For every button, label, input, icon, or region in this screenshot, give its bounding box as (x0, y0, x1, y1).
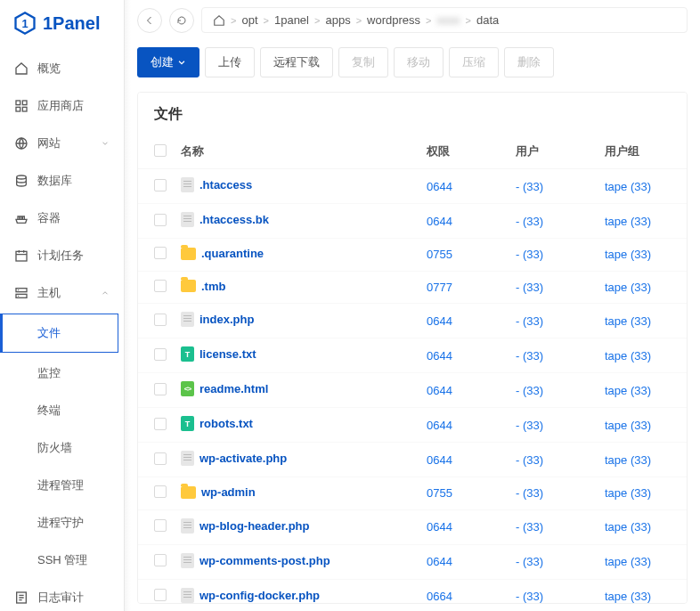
nav-item-home[interactable]: 概览 (0, 50, 124, 87)
nav-item-globe[interactable]: 网站 (0, 125, 124, 162)
nav-item-calendar[interactable]: 计划任务 (0, 237, 124, 274)
nav-item-apps[interactable]: 应用商店 (0, 87, 124, 125)
perm-link[interactable]: 0644 (427, 215, 452, 228)
compress-button[interactable]: 压缩 (449, 47, 499, 77)
col-perm[interactable]: 权限 (419, 134, 509, 169)
refresh-button[interactable] (169, 8, 194, 33)
table-row[interactable]: wp-admin 0755 - (33) tape (33) (138, 477, 687, 510)
user-link[interactable]: - (33) (516, 590, 543, 603)
nav-item-container[interactable]: 容器 (0, 200, 124, 237)
perm-link[interactable]: 0644 (427, 453, 452, 467)
perm-link[interactable]: 0644 (427, 384, 452, 397)
breadcrumb-item[interactable]: 1panel (274, 13, 309, 27)
group-link[interactable]: tape (33) (605, 314, 651, 328)
row-checkbox[interactable] (154, 418, 167, 430)
file-link[interactable]: robots.txt (181, 416, 253, 431)
create-button[interactable]: 创建 (137, 47, 199, 77)
row-checkbox[interactable] (154, 554, 167, 566)
move-button[interactable]: 移动 (394, 47, 444, 77)
row-checkbox[interactable] (154, 519, 167, 532)
table-row[interactable]: wp-activate.php 0644 - (33) tape (33) (138, 443, 687, 477)
back-button[interactable] (137, 8, 162, 33)
file-link[interactable]: wp-blog-header.php (181, 518, 310, 534)
perm-link[interactable]: 0644 (427, 349, 452, 363)
table-row[interactable]: .quarantine 0755 - (33) tape (33) (138, 239, 687, 272)
row-checkbox[interactable] (154, 485, 167, 498)
col-group[interactable]: 用户组 (598, 134, 687, 169)
perm-link[interactable]: 0755 (427, 486, 452, 500)
table-row[interactable]: license.txt 0644 - (33) tape (33) (138, 338, 687, 373)
breadcrumb-item[interactable]: wordpress (367, 13, 420, 27)
user-link[interactable]: - (33) (516, 349, 543, 363)
user-link[interactable]: - (33) (516, 281, 543, 294)
user-link[interactable]: - (33) (516, 180, 543, 193)
group-link[interactable]: tape (33) (605, 180, 651, 193)
row-checkbox[interactable] (154, 348, 167, 361)
row-checkbox[interactable] (154, 179, 167, 191)
file-link[interactable]: wp-config-docker.php (181, 588, 320, 603)
perm-link[interactable]: 0644 (427, 520, 452, 534)
group-link[interactable]: tape (33) (605, 349, 651, 363)
nav-sub-item[interactable]: 文件 (0, 314, 118, 353)
file-link[interactable]: license.txt (181, 346, 256, 362)
group-link[interactable]: tape (33) (605, 520, 651, 534)
user-link[interactable]: - (33) (516, 486, 543, 500)
row-checkbox[interactable] (154, 452, 167, 465)
table-row[interactable]: index.php 0644 - (33) tape (33) (138, 304, 687, 338)
nav-sub-item[interactable]: SSH 管理 (0, 542, 124, 579)
brand-logo[interactable]: 1 1Panel (0, 0, 124, 46)
nav-sub-item[interactable]: 监控 (0, 354, 124, 392)
nav-sub-item[interactable]: 进程守护 (0, 504, 124, 542)
file-link[interactable]: wp-comments-post.php (181, 553, 330, 568)
delete-button[interactable]: 删除 (504, 47, 554, 77)
table-row[interactable]: robots.txt 0644 - (33) tape (33) (138, 408, 687, 443)
user-link[interactable]: - (33) (516, 248, 543, 261)
file-link[interactable]: .tmb (181, 280, 225, 293)
select-all-checkbox[interactable] (154, 144, 167, 157)
group-link[interactable]: tape (33) (605, 281, 651, 294)
perm-link[interactable]: 0644 (427, 555, 452, 568)
file-link[interactable]: wp-activate.php (181, 451, 287, 466)
col-user[interactable]: 用户 (509, 134, 598, 169)
user-link[interactable]: - (33) (516, 419, 543, 432)
group-link[interactable]: tape (33) (605, 486, 651, 500)
table-row[interactable]: .tmb 0777 - (33) tape (33) (138, 271, 687, 304)
group-link[interactable]: tape (33) (605, 419, 651, 432)
perm-link[interactable]: 0755 (427, 248, 452, 261)
breadcrumb-item[interactable]: xxxx (436, 13, 460, 27)
upload-button[interactable]: 上传 (205, 47, 255, 77)
nav-sub-item[interactable]: 终端 (0, 392, 124, 429)
breadcrumb-item[interactable]: opt (241, 13, 257, 27)
remote-download-button[interactable]: 远程下载 (260, 47, 333, 77)
user-link[interactable]: - (33) (516, 314, 543, 328)
perm-link[interactable]: 0664 (427, 590, 452, 603)
nav-sub-item[interactable]: 进程管理 (0, 467, 124, 504)
user-link[interactable]: - (33) (516, 520, 543, 534)
breadcrumb[interactable]: >opt>1panel>apps>wordpress>xxxx>data (201, 7, 688, 33)
user-link[interactable]: - (33) (516, 453, 543, 467)
breadcrumb-item[interactable]: apps (325, 13, 350, 27)
user-link[interactable]: - (33) (516, 384, 543, 397)
nav-item-log[interactable]: 日志审计 (0, 579, 124, 611)
group-link[interactable]: tape (33) (605, 248, 651, 261)
file-link[interactable]: wp-admin (181, 485, 256, 499)
table-row[interactable]: wp-config-docker.php 0664 - (33) tape (3… (138, 579, 687, 604)
perm-link[interactable]: 0644 (427, 314, 452, 328)
table-row[interactable]: .htaccess.bk 0644 - (33) tape (33) (138, 204, 687, 239)
group-link[interactable]: tape (33) (605, 555, 651, 568)
group-link[interactable]: tape (33) (605, 590, 651, 603)
row-checkbox[interactable] (154, 280, 167, 292)
table-row[interactable]: .htaccess 0644 - (33) tape (33) (138, 169, 687, 204)
breadcrumb-item[interactable]: data (476, 13, 499, 27)
user-link[interactable]: - (33) (516, 555, 543, 568)
group-link[interactable]: tape (33) (605, 453, 651, 467)
user-link[interactable]: - (33) (516, 215, 543, 228)
group-link[interactable]: tape (33) (605, 384, 651, 397)
perm-link[interactable]: 0644 (427, 180, 452, 193)
col-name[interactable]: 名称 (174, 134, 419, 169)
file-link[interactable]: .htaccess (181, 177, 252, 192)
file-link[interactable]: index.php (181, 312, 254, 327)
row-checkbox[interactable] (154, 589, 167, 601)
nav-sub-item[interactable]: 防火墙 (0, 429, 124, 467)
table-row[interactable]: wp-blog-header.php 0644 - (33) tape (33) (138, 509, 687, 544)
